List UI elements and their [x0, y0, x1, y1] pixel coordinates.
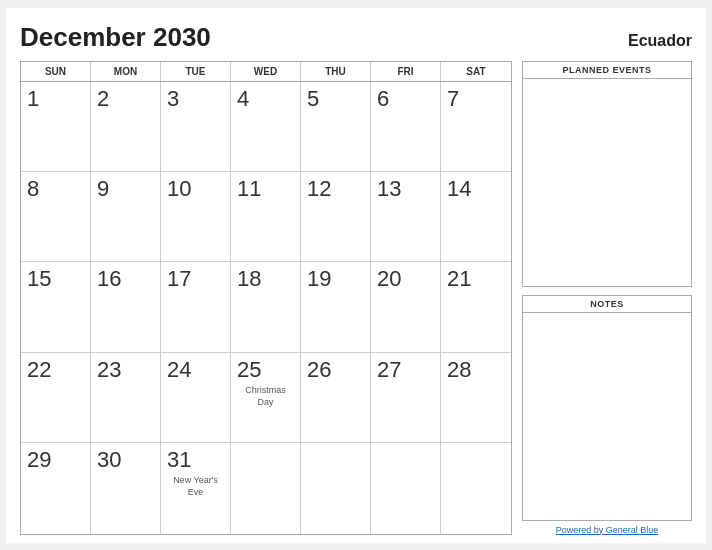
cal-cell-14: 14 — [441, 172, 511, 262]
day-header-sat: SAT — [441, 62, 511, 81]
day-header-thu: THU — [301, 62, 371, 81]
cal-cell-empty — [301, 443, 371, 533]
cal-cell-5: 5 — [301, 82, 371, 172]
cal-cell-4: 4 — [231, 82, 301, 172]
cal-cell-15: 15 — [21, 262, 91, 352]
cal-cell-22: 22 — [21, 353, 91, 443]
day-header-sun: SUN — [21, 62, 91, 81]
cal-cell-7: 7 — [441, 82, 511, 172]
month-year-title: December 2030 — [20, 22, 211, 53]
cal-cell-empty — [231, 443, 301, 533]
cal-cell-6: 6 — [371, 82, 441, 172]
cal-cell-19: 19 — [301, 262, 371, 352]
calendar: SUN MON TUE WED THU FRI SAT 123456789101… — [20, 61, 512, 535]
notes-box: NOTES — [522, 295, 692, 521]
cal-cell-empty — [441, 443, 511, 533]
powered-by-link[interactable]: Powered by General Blue — [556, 525, 659, 535]
cal-cell-28: 28 — [441, 353, 511, 443]
cal-cell-20: 20 — [371, 262, 441, 352]
cal-cell-21: 21 — [441, 262, 511, 352]
cal-cell-8: 8 — [21, 172, 91, 262]
header: December 2030 Ecuador — [20, 22, 692, 53]
cal-cell-9: 9 — [91, 172, 161, 262]
notes-content — [523, 313, 691, 520]
cal-cell-16: 16 — [91, 262, 161, 352]
cal-cell-18: 18 — [231, 262, 301, 352]
planned-events-label: PLANNED EVENTS — [523, 62, 691, 79]
cal-cell-1: 1 — [21, 82, 91, 172]
powered-by: Powered by General Blue — [522, 525, 692, 535]
day-header-tue: TUE — [161, 62, 231, 81]
planned-events-box: PLANNED EVENTS — [522, 61, 692, 287]
day-headers: SUN MON TUE WED THU FRI SAT — [21, 62, 511, 82]
sidebar: PLANNED EVENTS NOTES Powered by General … — [522, 61, 692, 535]
cal-cell-11: 11 — [231, 172, 301, 262]
cal-cell-23: 23 — [91, 353, 161, 443]
cal-cell-26: 26 — [301, 353, 371, 443]
day-header-fri: FRI — [371, 62, 441, 81]
cal-cell-24: 24 — [161, 353, 231, 443]
main-content: SUN MON TUE WED THU FRI SAT 123456789101… — [20, 61, 692, 535]
cal-cell-27: 27 — [371, 353, 441, 443]
calendar-grid: 1234567891011121314151617181920212223242… — [21, 82, 511, 534]
cal-cell-31: 31New Year's Eve — [161, 443, 231, 533]
cal-cell-17: 17 — [161, 262, 231, 352]
notes-label: NOTES — [523, 296, 691, 313]
cal-cell-13: 13 — [371, 172, 441, 262]
cal-cell-12: 12 — [301, 172, 371, 262]
day-header-wed: WED — [231, 62, 301, 81]
cal-cell-3: 3 — [161, 82, 231, 172]
day-header-mon: MON — [91, 62, 161, 81]
cal-cell-2: 2 — [91, 82, 161, 172]
cal-cell-25: 25Christmas Day — [231, 353, 301, 443]
cal-cell-30: 30 — [91, 443, 161, 533]
planned-events-content — [523, 79, 691, 286]
calendar-page: December 2030 Ecuador SUN MON TUE WED TH… — [6, 8, 706, 543]
cal-cell-empty — [371, 443, 441, 533]
cal-cell-29: 29 — [21, 443, 91, 533]
cal-cell-10: 10 — [161, 172, 231, 262]
country-title: Ecuador — [628, 32, 692, 50]
